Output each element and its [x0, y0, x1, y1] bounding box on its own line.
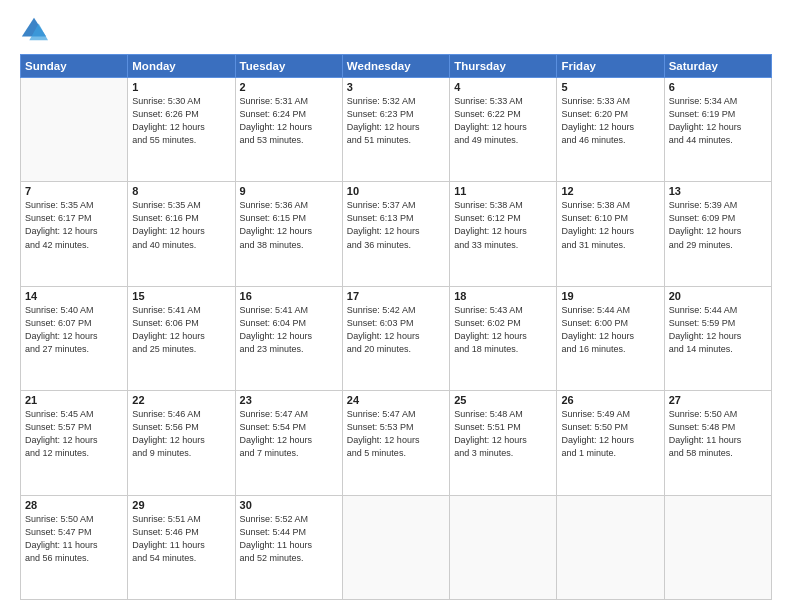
week-row-5: 28Sunrise: 5:50 AM Sunset: 5:47 PM Dayli… — [21, 495, 772, 599]
day-info: Sunrise: 5:31 AM Sunset: 6:24 PM Dayligh… — [240, 95, 338, 147]
calendar-cell — [450, 495, 557, 599]
day-number: 8 — [132, 185, 230, 197]
calendar-cell — [342, 495, 449, 599]
page: SundayMondayTuesdayWednesdayThursdayFrid… — [0, 0, 792, 612]
calendar-cell: 8Sunrise: 5:35 AM Sunset: 6:16 PM Daylig… — [128, 182, 235, 286]
calendar-cell: 28Sunrise: 5:50 AM Sunset: 5:47 PM Dayli… — [21, 495, 128, 599]
day-info: Sunrise: 5:42 AM Sunset: 6:03 PM Dayligh… — [347, 304, 445, 356]
day-info: Sunrise: 5:45 AM Sunset: 5:57 PM Dayligh… — [25, 408, 123, 460]
day-number: 25 — [454, 394, 552, 406]
day-number: 10 — [347, 185, 445, 197]
calendar-cell: 11Sunrise: 5:38 AM Sunset: 6:12 PM Dayli… — [450, 182, 557, 286]
calendar-cell: 27Sunrise: 5:50 AM Sunset: 5:48 PM Dayli… — [664, 391, 771, 495]
day-number: 9 — [240, 185, 338, 197]
day-number: 19 — [561, 290, 659, 302]
day-number: 18 — [454, 290, 552, 302]
calendar-cell: 22Sunrise: 5:46 AM Sunset: 5:56 PM Dayli… — [128, 391, 235, 495]
day-number: 1 — [132, 81, 230, 93]
day-number: 12 — [561, 185, 659, 197]
calendar-cell: 20Sunrise: 5:44 AM Sunset: 5:59 PM Dayli… — [664, 286, 771, 390]
weekday-header-tuesday: Tuesday — [235, 55, 342, 78]
calendar-cell: 3Sunrise: 5:32 AM Sunset: 6:23 PM Daylig… — [342, 78, 449, 182]
calendar-cell: 10Sunrise: 5:37 AM Sunset: 6:13 PM Dayli… — [342, 182, 449, 286]
week-row-2: 7Sunrise: 5:35 AM Sunset: 6:17 PM Daylig… — [21, 182, 772, 286]
day-number: 15 — [132, 290, 230, 302]
day-number: 6 — [669, 81, 767, 93]
day-info: Sunrise: 5:35 AM Sunset: 6:17 PM Dayligh… — [25, 199, 123, 251]
day-number: 5 — [561, 81, 659, 93]
calendar-cell — [664, 495, 771, 599]
day-info: Sunrise: 5:39 AM Sunset: 6:09 PM Dayligh… — [669, 199, 767, 251]
calendar-cell: 1Sunrise: 5:30 AM Sunset: 6:26 PM Daylig… — [128, 78, 235, 182]
day-info: Sunrise: 5:41 AM Sunset: 6:06 PM Dayligh… — [132, 304, 230, 356]
day-number: 21 — [25, 394, 123, 406]
day-number: 14 — [25, 290, 123, 302]
day-number: 7 — [25, 185, 123, 197]
day-info: Sunrise: 5:35 AM Sunset: 6:16 PM Dayligh… — [132, 199, 230, 251]
calendar-cell: 24Sunrise: 5:47 AM Sunset: 5:53 PM Dayli… — [342, 391, 449, 495]
day-info: Sunrise: 5:32 AM Sunset: 6:23 PM Dayligh… — [347, 95, 445, 147]
calendar-cell — [21, 78, 128, 182]
calendar-cell: 18Sunrise: 5:43 AM Sunset: 6:02 PM Dayli… — [450, 286, 557, 390]
calendar-cell: 30Sunrise: 5:52 AM Sunset: 5:44 PM Dayli… — [235, 495, 342, 599]
calendar-cell: 25Sunrise: 5:48 AM Sunset: 5:51 PM Dayli… — [450, 391, 557, 495]
weekday-header-monday: Monday — [128, 55, 235, 78]
day-number: 29 — [132, 499, 230, 511]
calendar-cell: 12Sunrise: 5:38 AM Sunset: 6:10 PM Dayli… — [557, 182, 664, 286]
logo — [20, 16, 52, 44]
day-number: 16 — [240, 290, 338, 302]
calendar-cell: 13Sunrise: 5:39 AM Sunset: 6:09 PM Dayli… — [664, 182, 771, 286]
calendar-cell: 4Sunrise: 5:33 AM Sunset: 6:22 PM Daylig… — [450, 78, 557, 182]
weekday-header-row: SundayMondayTuesdayWednesdayThursdayFrid… — [21, 55, 772, 78]
calendar-cell: 16Sunrise: 5:41 AM Sunset: 6:04 PM Dayli… — [235, 286, 342, 390]
day-info: Sunrise: 5:38 AM Sunset: 6:12 PM Dayligh… — [454, 199, 552, 251]
day-info: Sunrise: 5:51 AM Sunset: 5:46 PM Dayligh… — [132, 513, 230, 565]
day-number: 27 — [669, 394, 767, 406]
day-info: Sunrise: 5:41 AM Sunset: 6:04 PM Dayligh… — [240, 304, 338, 356]
calendar-cell: 23Sunrise: 5:47 AM Sunset: 5:54 PM Dayli… — [235, 391, 342, 495]
day-info: Sunrise: 5:43 AM Sunset: 6:02 PM Dayligh… — [454, 304, 552, 356]
day-number: 30 — [240, 499, 338, 511]
day-number: 28 — [25, 499, 123, 511]
calendar-cell: 21Sunrise: 5:45 AM Sunset: 5:57 PM Dayli… — [21, 391, 128, 495]
weekday-header-friday: Friday — [557, 55, 664, 78]
day-info: Sunrise: 5:36 AM Sunset: 6:15 PM Dayligh… — [240, 199, 338, 251]
week-row-4: 21Sunrise: 5:45 AM Sunset: 5:57 PM Dayli… — [21, 391, 772, 495]
calendar-cell: 29Sunrise: 5:51 AM Sunset: 5:46 PM Dayli… — [128, 495, 235, 599]
day-info: Sunrise: 5:46 AM Sunset: 5:56 PM Dayligh… — [132, 408, 230, 460]
day-info: Sunrise: 5:30 AM Sunset: 6:26 PM Dayligh… — [132, 95, 230, 147]
calendar-cell: 5Sunrise: 5:33 AM Sunset: 6:20 PM Daylig… — [557, 78, 664, 182]
calendar-cell: 6Sunrise: 5:34 AM Sunset: 6:19 PM Daylig… — [664, 78, 771, 182]
day-info: Sunrise: 5:33 AM Sunset: 6:22 PM Dayligh… — [454, 95, 552, 147]
day-number: 4 — [454, 81, 552, 93]
day-number: 26 — [561, 394, 659, 406]
calendar-cell: 7Sunrise: 5:35 AM Sunset: 6:17 PM Daylig… — [21, 182, 128, 286]
day-info: Sunrise: 5:44 AM Sunset: 5:59 PM Dayligh… — [669, 304, 767, 356]
day-info: Sunrise: 5:47 AM Sunset: 5:53 PM Dayligh… — [347, 408, 445, 460]
day-info: Sunrise: 5:47 AM Sunset: 5:54 PM Dayligh… — [240, 408, 338, 460]
day-info: Sunrise: 5:52 AM Sunset: 5:44 PM Dayligh… — [240, 513, 338, 565]
day-info: Sunrise: 5:50 AM Sunset: 5:47 PM Dayligh… — [25, 513, 123, 565]
day-number: 24 — [347, 394, 445, 406]
week-row-3: 14Sunrise: 5:40 AM Sunset: 6:07 PM Dayli… — [21, 286, 772, 390]
calendar-cell: 14Sunrise: 5:40 AM Sunset: 6:07 PM Dayli… — [21, 286, 128, 390]
day-number: 11 — [454, 185, 552, 197]
day-number: 22 — [132, 394, 230, 406]
weekday-header-thursday: Thursday — [450, 55, 557, 78]
calendar-cell: 26Sunrise: 5:49 AM Sunset: 5:50 PM Dayli… — [557, 391, 664, 495]
day-info: Sunrise: 5:34 AM Sunset: 6:19 PM Dayligh… — [669, 95, 767, 147]
day-number: 23 — [240, 394, 338, 406]
weekday-header-saturday: Saturday — [664, 55, 771, 78]
day-number: 20 — [669, 290, 767, 302]
calendar-cell: 19Sunrise: 5:44 AM Sunset: 6:00 PM Dayli… — [557, 286, 664, 390]
weekday-header-wednesday: Wednesday — [342, 55, 449, 78]
logo-icon — [20, 16, 48, 44]
calendar-cell: 15Sunrise: 5:41 AM Sunset: 6:06 PM Dayli… — [128, 286, 235, 390]
day-info: Sunrise: 5:37 AM Sunset: 6:13 PM Dayligh… — [347, 199, 445, 251]
calendar-cell: 17Sunrise: 5:42 AM Sunset: 6:03 PM Dayli… — [342, 286, 449, 390]
header — [20, 16, 772, 44]
day-info: Sunrise: 5:44 AM Sunset: 6:00 PM Dayligh… — [561, 304, 659, 356]
calendar-table: SundayMondayTuesdayWednesdayThursdayFrid… — [20, 54, 772, 600]
day-info: Sunrise: 5:38 AM Sunset: 6:10 PM Dayligh… — [561, 199, 659, 251]
day-info: Sunrise: 5:50 AM Sunset: 5:48 PM Dayligh… — [669, 408, 767, 460]
